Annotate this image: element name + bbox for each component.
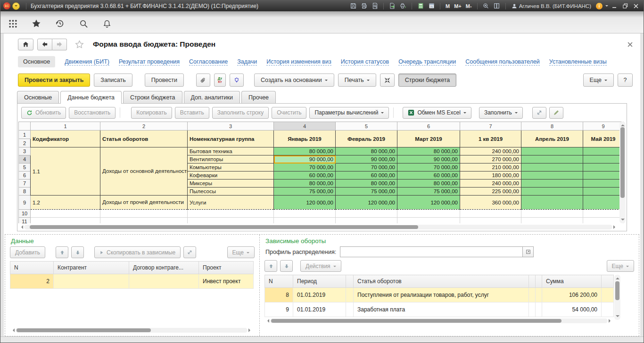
- row-header[interactable]: 11: [19, 218, 31, 224]
- value-cell-empty[interactable]: [521, 188, 583, 196]
- scroll-left-arrow[interactable]: [265, 319, 269, 323]
- move-up-button[interactable]: [56, 246, 68, 258]
- link-main-active[interactable]: Основное: [18, 56, 55, 67]
- save-icon[interactable]: [348, 2, 358, 10]
- cell-contract[interactable]: [129, 274, 199, 289]
- create-based-on-button[interactable]: Создать на основании: [254, 74, 334, 87]
- dependent-more-button[interactable]: Еще: [607, 260, 634, 272]
- value-cell-empty[interactable]: [521, 163, 583, 172]
- restore-button[interactable]: Восстановить: [69, 107, 116, 119]
- zoom-icon[interactable]: [481, 2, 491, 10]
- quarter-total-cell[interactable]: 225 000,00: [460, 188, 521, 196]
- forward-button[interactable]: [52, 39, 67, 50]
- dt-kt-postings-button[interactable]: ДтКт: [214, 74, 226, 87]
- fill-button[interactable]: Заполнить: [479, 107, 523, 119]
- move-up-button[interactable]: [264, 260, 277, 272]
- scroll-right-arrow[interactable]: [609, 319, 612, 323]
- scroll-right-arrow[interactable]: [248, 328, 252, 332]
- scroll-down-arrow[interactable]: [621, 219, 625, 222]
- value-cell[interactable]: 60 000,00: [274, 172, 336, 180]
- budget-lines-toggle-button[interactable]: Строки бюджета: [398, 74, 457, 87]
- more-button[interactable]: Еще: [583, 74, 614, 87]
- month-header-cell[interactable]: Январь 2019: [274, 131, 336, 147]
- column-header[interactable]: 9: [583, 122, 624, 131]
- tab-budget-data[interactable]: Данные бюджета: [60, 91, 122, 103]
- tab-main[interactable]: Основные: [17, 91, 59, 103]
- value-cell[interactable]: 120 000,00: [336, 196, 397, 210]
- month-header-cell[interactable]: Май 2019: [583, 131, 624, 147]
- value-cell-empty[interactable]: [583, 147, 624, 155]
- article-cell[interactable]: Доходы от прочей деятельности: [100, 196, 188, 210]
- calculator-icon[interactable]: [416, 2, 425, 10]
- printer-page-icon[interactable]: [398, 2, 408, 10]
- column-article[interactable]: Статья оборотов: [354, 275, 529, 288]
- value-cell[interactable]: 60 000,00: [397, 172, 460, 180]
- row-header[interactable]: 10: [19, 210, 31, 218]
- value-cell[interactable]: 120 000,00: [397, 196, 460, 210]
- scroll-thumb[interactable]: [30, 225, 418, 229]
- data-horizontal-scrollbar[interactable]: [10, 327, 253, 333]
- row-header[interactable]: 5: [19, 163, 31, 172]
- empty-cell[interactable]: [460, 218, 521, 224]
- quarter-total-cell[interactable]: 210 000,00: [460, 163, 521, 172]
- scroll-up-arrow[interactable]: [621, 122, 625, 126]
- fill-row-button[interactable]: Заполнить строку: [212, 107, 269, 119]
- cell-project[interactable]: Инвест проект: [199, 274, 254, 289]
- post-button[interactable]: Провести: [145, 74, 184, 87]
- article-header-cell[interactable]: Статья оборотов: [100, 131, 188, 147]
- empty-cell[interactable]: [100, 218, 188, 224]
- info-icon[interactable]: i: [594, 2, 604, 10]
- value-cell[interactable]: 90 000,00: [397, 155, 460, 163]
- month-header-cell[interactable]: Апрель 2019: [521, 131, 583, 147]
- search-icon[interactable]: [78, 18, 89, 29]
- nomenclature-cell[interactable]: Вентиляторы: [188, 155, 274, 163]
- data-more-button[interactable]: Еще: [227, 246, 255, 258]
- value-cell-empty[interactable]: [583, 172, 624, 180]
- cell-period[interactable]: 01.01.2019: [293, 302, 346, 317]
- column-header[interactable]: 6: [397, 122, 460, 131]
- nomenclature-cell[interactable]: Услуги: [188, 196, 274, 210]
- value-cell[interactable]: 75 000,00: [274, 188, 336, 196]
- sheet-vertical-scrollbar[interactable]: [619, 122, 626, 223]
- row-header[interactable]: 1: [19, 131, 31, 139]
- column-header[interactable]: 5: [336, 122, 397, 131]
- cell-counterparty[interactable]: [54, 274, 129, 289]
- value-cell-empty[interactable]: [583, 188, 624, 196]
- copy-button[interactable]: Копировать: [131, 107, 172, 119]
- refresh-button[interactable]: Обновить: [21, 107, 66, 119]
- link-tasks[interactable]: Задачи: [237, 58, 257, 65]
- link-posting-result[interactable]: Результат проведения: [119, 58, 180, 65]
- close-button[interactable]: [631, 2, 641, 10]
- history-icon[interactable]: [54, 18, 66, 29]
- dependent-horizontal-scrollbar[interactable]: [264, 318, 613, 324]
- cell-sum[interactable]: 106 200,00: [542, 288, 602, 302]
- value-cell-empty[interactable]: [583, 155, 624, 163]
- link-movements[interactable]: Движения (БИТ): [65, 58, 109, 65]
- distribution-profile-input[interactable]: [340, 246, 523, 257]
- value-cell[interactable]: 70 000,00: [274, 163, 336, 172]
- empty-cell[interactable]: [336, 210, 397, 218]
- selected-value-cell[interactable]: 90 000,00: [274, 155, 336, 163]
- memory-m-plus-button[interactable]: M+: [453, 3, 463, 9]
- scroll-up-arrow[interactable]: [616, 276, 619, 279]
- column-header[interactable]: 3: [188, 122, 274, 131]
- quarter-total-cell[interactable]: 240 000,00: [460, 147, 521, 155]
- page-arrow-icon[interactable]: [388, 2, 397, 10]
- empty-cell[interactable]: [188, 218, 274, 224]
- scroll-thumb[interactable]: [620, 127, 625, 198]
- sheet-horizontal-scrollbar[interactable]: [18, 224, 618, 230]
- nomenclature-cell[interactable]: Пылесосы: [188, 188, 274, 196]
- cell-n[interactable]: 8: [265, 288, 293, 302]
- codifier-header-cell[interactable]: Кодификатор: [31, 131, 100, 147]
- value-cell[interactable]: 80 000,00: [336, 180, 397, 188]
- cell-spacer[interactable]: [536, 302, 542, 317]
- value-cell[interactable]: 75 000,00: [336, 188, 397, 196]
- row-header[interactable]: 8: [19, 188, 31, 196]
- row-header[interactable]: 3: [19, 147, 31, 155]
- value-cell-empty[interactable]: [583, 163, 624, 172]
- quarter-total-cell[interactable]: 270 000,00: [460, 155, 521, 163]
- scroll-left-arrow[interactable]: [19, 225, 23, 229]
- cell-spacer[interactable]: [346, 288, 354, 302]
- cell-spacer[interactable]: [602, 302, 614, 317]
- column-spacer[interactable]: [602, 275, 614, 288]
